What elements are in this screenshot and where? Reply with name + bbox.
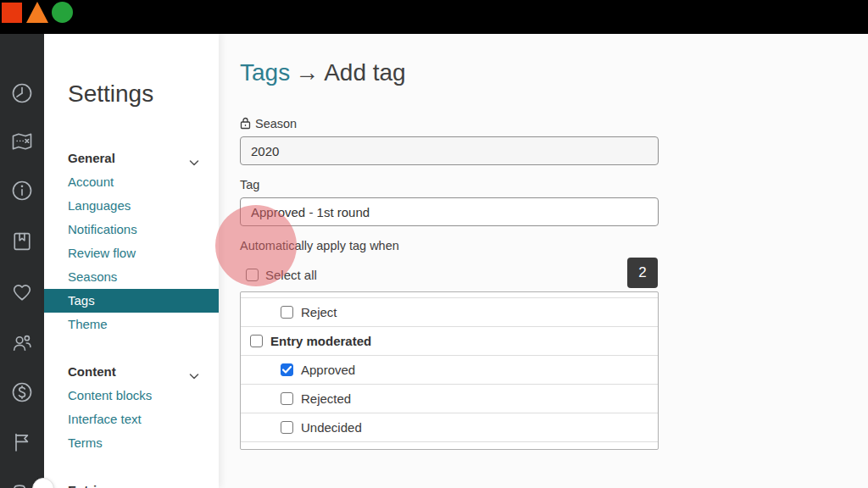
coins-icon[interactable]	[10, 480, 34, 488]
select-all-checkbox[interactable]: Select all	[246, 267, 317, 282]
list-scroll-sliver	[241, 292, 658, 298]
page-title: Add tag	[324, 59, 406, 86]
nav-section-entries[interactable]: Entries	[44, 479, 219, 488]
option-entry-moderated-checkbox[interactable]	[250, 335, 263, 347]
flag-icon[interactable]	[10, 430, 34, 454]
nav-section-content[interactable]: Content	[44, 360, 219, 384]
breadcrumb: Tags→Add tag	[240, 59, 406, 86]
settings-sidebar: Settings General Account Languages Notif…	[44, 34, 219, 488]
option-rejected[interactable]: Rejected	[241, 385, 658, 413]
sidebar-item-account[interactable]: Account	[44, 170, 219, 194]
lock-icon	[240, 117, 251, 130]
nav-section-general[interactable]: General	[44, 147, 219, 170]
sidebar-item-interface-text[interactable]: Interface text	[44, 408, 219, 431]
sidebar-item-terms[interactable]: Terms	[44, 431, 219, 455]
trigger-options-listbox[interactable]: Reject Entry moderated Approved Rejected…	[240, 291, 659, 450]
option-entry-moderated[interactable]: Entry moderated	[241, 327, 658, 356]
logo-square-icon	[2, 3, 22, 23]
chevron-down-icon	[188, 152, 200, 164]
option-approved-checkbox[interactable]	[281, 363, 293, 376]
sidebar-item-languages[interactable]: Languages	[44, 194, 219, 218]
option-rejected-checkbox[interactable]	[281, 392, 293, 405]
logo-circle-icon	[52, 2, 73, 23]
nav-section-gap	[44, 455, 219, 479]
select-all-checkbox-box[interactable]	[246, 269, 259, 281]
sidebar-item-seasons[interactable]: Seasons	[44, 265, 219, 289]
settings-nav: General Account Languages Notifications …	[44, 147, 219, 488]
sidebar-item-review-flow[interactable]: Review flow	[44, 241, 219, 265]
map-icon[interactable]	[10, 130, 34, 153]
heart-icon[interactable]	[10, 280, 34, 304]
brand-logo[interactable]	[2, 2, 70, 24]
option-approved[interactable]: Approved	[241, 356, 658, 385]
info-icon[interactable]	[10, 179, 34, 202]
select-all-label: Select all	[265, 268, 317, 282]
season-field-label: Season	[255, 117, 297, 130]
sidebar-item-notifications[interactable]: Notifications	[44, 218, 219, 241]
selected-count-badge: 2	[627, 258, 658, 288]
chevron-down-icon	[188, 366, 200, 378]
clock-icon[interactable]	[10, 81, 34, 105]
logo-triangle-icon	[26, 2, 48, 23]
sidebar-item-theme[interactable]: Theme	[44, 313, 219, 336]
topbar	[0, 0, 868, 34]
bookmark-icon[interactable]	[10, 230, 34, 253]
main-content: Tags→Add tag Season Tag Automatically ap…	[219, 34, 868, 488]
option-undecided-checkbox[interactable]	[281, 421, 293, 434]
option-reject-checkbox[interactable]	[281, 306, 293, 319]
option-reject[interactable]: Reject	[241, 298, 658, 327]
sidebar-item-content-blocks[interactable]: Content blocks	[44, 384, 219, 408]
option-undecided[interactable]: Undecided	[241, 413, 658, 442]
season-input[interactable]	[240, 136, 659, 165]
chevron-down-icon	[188, 485, 200, 488]
tag-field-label: Tag	[240, 178, 259, 191]
apply-when-label: Automatically apply tag when	[240, 239, 399, 252]
breadcrumb-separator: →	[290, 59, 324, 86]
users-icon[interactable]	[10, 331, 34, 355]
sidebar-item-tags[interactable]: Tags	[44, 289, 219, 313]
breadcrumb-tags-link[interactable]: Tags	[240, 59, 290, 86]
dollar-icon[interactable]	[10, 380, 34, 404]
nav-section-gap	[44, 336, 219, 360]
icon-rail	[0, 34, 44, 488]
sidebar-title: Settings	[68, 80, 153, 108]
tag-input[interactable]	[240, 197, 659, 226]
